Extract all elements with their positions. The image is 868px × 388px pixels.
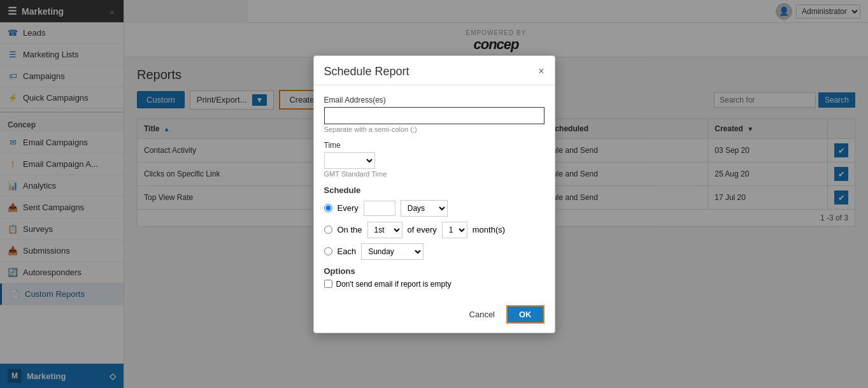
days-select[interactable]: Days Weeks Months bbox=[401, 200, 448, 217]
modal-title: Schedule Report bbox=[324, 65, 409, 78]
modal-body: Email Address(es) Separate with a semi-c… bbox=[314, 85, 555, 299]
dont-send-checkbox[interactable] bbox=[324, 280, 332, 288]
modal-overlay[interactable]: Schedule Report × Email Address(es) Sepa… bbox=[0, 0, 868, 388]
schedule-report-modal: Schedule Report × Email Address(es) Sepa… bbox=[313, 55, 555, 333]
email-label: Email Address(es) bbox=[324, 96, 544, 104]
options-title: Options bbox=[324, 266, 544, 276]
of-every-label: of every bbox=[408, 225, 437, 234]
month-number-select[interactable]: 1 2 3 bbox=[442, 222, 467, 238]
time-label: Time bbox=[324, 141, 544, 150]
email-form-group: Email Address(es) Separate with a semi-c… bbox=[324, 96, 544, 133]
every-number-input[interactable] bbox=[364, 201, 395, 216]
modal-header: Schedule Report × bbox=[314, 56, 555, 85]
each-label: Each bbox=[338, 247, 357, 256]
on-the-radio[interactable] bbox=[324, 226, 332, 234]
schedule-section: Schedule Every Days Weeks Months On the bbox=[324, 185, 544, 260]
gmt-hint: GMT Standard Time bbox=[324, 170, 544, 178]
every-label: Every bbox=[338, 203, 359, 213]
ist-select[interactable]: 1st 2nd 3rd 4th bbox=[367, 222, 402, 238]
months-label: month(s) bbox=[473, 225, 505, 234]
day-of-week-select[interactable]: Sunday Monday Tuesday Wednesday Thursday… bbox=[361, 243, 423, 260]
cancel-button[interactable]: Cancel bbox=[463, 305, 501, 324]
every-radio-row: Every Days Weeks Months bbox=[324, 200, 544, 217]
on-the-radio-row: On the 1st 2nd 3rd 4th of every 1 2 3 mo… bbox=[324, 222, 544, 238]
schedule-title: Schedule bbox=[324, 185, 544, 195]
dont-send-row: Don't send email if report is empty bbox=[324, 280, 544, 289]
dont-send-label: Don't send email if report is empty bbox=[336, 280, 452, 289]
time-select[interactable] bbox=[324, 152, 375, 169]
each-radio[interactable] bbox=[324, 247, 332, 255]
modal-footer: Cancel OK bbox=[314, 299, 555, 333]
ok-button[interactable]: OK bbox=[506, 305, 544, 324]
time-form-group: Time GMT Standard Time bbox=[324, 141, 544, 178]
on-the-label: On the bbox=[338, 225, 362, 234]
options-section: Options Don't send email if report is em… bbox=[324, 266, 544, 289]
email-hint: Separate with a semi-colon (;) bbox=[324, 126, 544, 133]
modal-close-button[interactable]: × bbox=[538, 66, 544, 76]
email-input[interactable] bbox=[324, 107, 544, 124]
each-radio-row: Each Sunday Monday Tuesday Wednesday Thu… bbox=[324, 243, 544, 260]
every-radio[interactable] bbox=[324, 204, 332, 212]
